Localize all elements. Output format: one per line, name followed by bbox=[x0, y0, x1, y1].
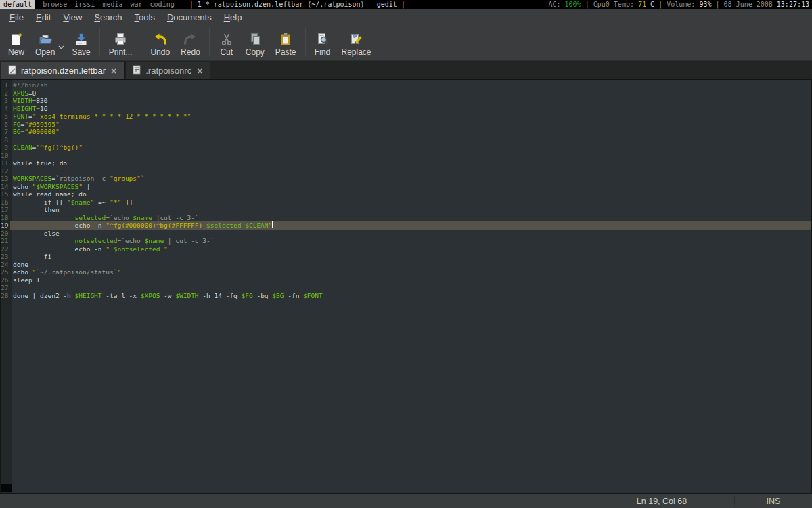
save-icon bbox=[73, 31, 89, 47]
cpu-unit: C bbox=[650, 1, 654, 8]
code-line[interactable]: 5FONT="-xos4-terminus-*-*-*-*-12-*-*-*-*… bbox=[1, 112, 811, 121]
code-line[interactable]: 22 echo -n " $notselected " bbox=[1, 245, 811, 253]
line-number: 19 bbox=[1, 221, 10, 230]
workspace-default[interactable]: default bbox=[0, 0, 35, 9]
find-button-label: Find bbox=[315, 47, 330, 57]
cut-button[interactable]: Cut bbox=[213, 26, 240, 58]
code-line[interactable]: 16 if [[ "$name" =~ "*" ]] bbox=[1, 198, 811, 207]
line-number: 7 bbox=[1, 128, 10, 136]
code-line[interactable]: 23 fi bbox=[1, 253, 811, 261]
menu-search[interactable]: Search bbox=[88, 11, 128, 24]
line-number: 18 bbox=[1, 214, 10, 222]
line-number: 23 bbox=[1, 253, 10, 261]
code-line[interactable]: 14echo "$WORKSPACES" | bbox=[1, 183, 811, 191]
line-number: 21 bbox=[1, 237, 10, 245]
workspace-media[interactable]: media bbox=[102, 0, 122, 9]
line-number: 13 bbox=[1, 175, 10, 183]
editor-pane[interactable]: 1#!/bin/sh2XPOS=03WIDTH=8304HEIGHT=165FO… bbox=[0, 79, 812, 494]
toolbar: New Open Save bbox=[0, 24, 812, 61]
tab-ratpoisonrc[interactable]: .ratpoisonrc × bbox=[125, 62, 210, 79]
new-button-label: New bbox=[8, 47, 24, 57]
code-line[interactable]: 15while read name; do bbox=[1, 190, 811, 198]
separator: | bbox=[715, 1, 719, 8]
menu-file[interactable]: File bbox=[3, 11, 30, 24]
tab-bar: ratpoison.dzen.leftbar × .ratpoisonrc × bbox=[0, 61, 812, 79]
separator: | bbox=[658, 1, 662, 8]
line-number: 16 bbox=[1, 198, 10, 207]
menu-view[interactable]: View bbox=[57, 11, 88, 24]
tab-close-icon[interactable]: × bbox=[196, 67, 204, 75]
open-dropdown-arrow-icon[interactable] bbox=[58, 41, 65, 53]
code-line[interactable]: 3WIDTH=830 bbox=[1, 97, 811, 105]
document-modified-icon bbox=[7, 65, 17, 77]
code-line[interactable]: 2XPOS=0 bbox=[1, 89, 811, 98]
code-line[interactable]: 12 bbox=[1, 167, 811, 175]
line-number: 17 bbox=[1, 206, 10, 214]
workspace-coding[interactable]: coding bbox=[150, 0, 175, 9]
menu-help[interactable]: Help bbox=[218, 11, 248, 24]
toolbar-separator bbox=[305, 28, 306, 56]
status-bar: Ln 19, Col 68 INS bbox=[0, 494, 812, 508]
workspace-browse[interactable]: browse bbox=[43, 0, 67, 9]
code-line[interactable]: 10 bbox=[1, 152, 811, 160]
new-button[interactable]: New bbox=[3, 26, 30, 58]
open-button-label: Open bbox=[35, 47, 55, 57]
tab-close-icon[interactable]: × bbox=[110, 67, 118, 75]
volume-value: 93% bbox=[699, 1, 711, 8]
copy-button[interactable]: Copy bbox=[240, 26, 270, 58]
code-line[interactable]: 25echo "`~/.ratpoison/status`" bbox=[1, 268, 811, 276]
menu-edit[interactable]: Edit bbox=[30, 11, 57, 24]
save-button[interactable]: Save bbox=[66, 26, 95, 58]
printer-icon bbox=[112, 31, 129, 47]
cpu-label: Cpu0 Temp: bbox=[593, 1, 634, 8]
code-line[interactable]: 17 then bbox=[1, 206, 811, 214]
code-line[interactable]: 18 selected=`echo $name |cut -c 3-` bbox=[1, 214, 811, 222]
code-line[interactable]: 19 echo -n "^fg(#000000)^bg(#FFFFFF) $se… bbox=[1, 221, 811, 230]
line-number: 26 bbox=[1, 276, 10, 284]
line-number: 14 bbox=[1, 183, 10, 191]
code-line[interactable]: 20 else bbox=[1, 230, 811, 238]
print-button[interactable]: Print... bbox=[104, 26, 138, 58]
code-line[interactable]: 11while true; do bbox=[1, 159, 811, 167]
tab-ratpoison-dzen-leftbar[interactable]: ratpoison.dzen.leftbar × bbox=[1, 62, 125, 79]
code-line[interactable]: 27 bbox=[1, 284, 811, 292]
code-line[interactable]: 4HEIGHT=16 bbox=[1, 105, 811, 113]
undo-button[interactable]: Undo bbox=[145, 26, 175, 58]
workspace-war[interactable]: war bbox=[131, 0, 143, 9]
find-magnifier-icon bbox=[315, 31, 331, 47]
line-number: 12 bbox=[1, 167, 10, 175]
find-button[interactable]: Find bbox=[309, 26, 336, 58]
code-line[interactable]: 6FG="#959595" bbox=[1, 121, 811, 129]
code-line[interactable]: 24done bbox=[1, 261, 811, 269]
ac-label: AC: bbox=[548, 1, 560, 8]
code-line[interactable]: 1#!/bin/sh bbox=[1, 81, 811, 89]
line-number: 2 bbox=[1, 89, 10, 98]
line-number: 1 bbox=[1, 81, 10, 89]
redo-button[interactable]: Redo bbox=[175, 26, 206, 58]
cpu-value: 71 bbox=[638, 1, 646, 8]
menu-documents[interactable]: Documents bbox=[161, 11, 218, 24]
redo-arrow-icon bbox=[182, 31, 198, 47]
menu-tools[interactable]: Tools bbox=[129, 11, 161, 24]
code-line[interactable]: 8 bbox=[1, 136, 811, 144]
code-line[interactable]: 9CLEAN="^fg()^bg()" bbox=[1, 144, 811, 152]
code-area[interactable]: 1#!/bin/sh2XPOS=03WIDTH=8304HEIGHT=165FO… bbox=[1, 80, 811, 299]
open-button[interactable]: Open bbox=[30, 26, 60, 58]
workspace-irssi[interactable]: irssi bbox=[74, 0, 95, 9]
code-line[interactable]: 26sleep 1 bbox=[1, 276, 811, 284]
gutter-bottom-corner bbox=[1, 484, 12, 492]
save-button-label: Save bbox=[72, 47, 90, 57]
line-number: 25 bbox=[1, 268, 10, 276]
code-line[interactable]: 28done | dzen2 -h $HEIGHT -ta l -x $XPOS… bbox=[1, 292, 811, 300]
code-line[interactable]: 21 notselected=`echo $name | cut -c 3-` bbox=[1, 237, 811, 245]
code-line[interactable]: 13WORKSPACES=`ratpoison -c "groups"` bbox=[1, 175, 811, 183]
clipboard-icon bbox=[277, 31, 294, 47]
window-title: | 1 * ratpoison.dzen.leftbar (~/.ratpois… bbox=[189, 0, 405, 9]
insert-mode-indicator: INS bbox=[734, 496, 812, 507]
paste-button[interactable]: Paste bbox=[270, 26, 302, 58]
code-line[interactable]: 7BG="#000000" bbox=[1, 128, 811, 136]
cursor-position-indicator: Ln 19, Col 68 bbox=[589, 496, 734, 507]
replace-button[interactable]: Replace bbox=[336, 26, 377, 58]
new-document-icon bbox=[8, 31, 24, 47]
redo-button-label: Redo bbox=[181, 47, 200, 57]
